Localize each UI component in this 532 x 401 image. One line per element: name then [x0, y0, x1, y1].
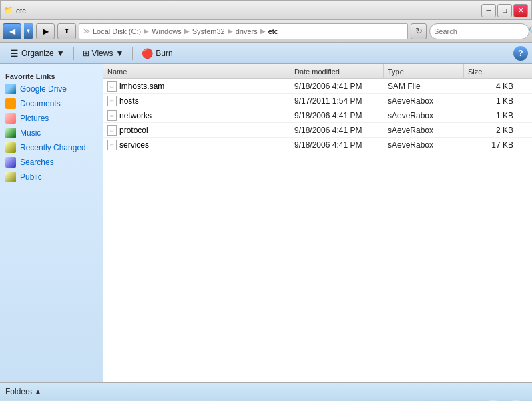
sidebar-label-recently-changed: Recently Changed — [20, 143, 86, 152]
sidebar-label-searches: Searches — [20, 158, 54, 167]
crumb-etc: etc — [268, 27, 278, 35]
search-input[interactable] — [434, 27, 526, 35]
file-doc-icon: ▭ — [107, 110, 117, 121]
views-dropdown-icon: ▼ — [115, 49, 123, 58]
crumb-system32: System32 — [192, 27, 225, 35]
file-type: sAeveRabox — [384, 126, 464, 135]
close-button[interactable]: ✕ — [513, 4, 528, 17]
documents-icon — [5, 98, 16, 109]
title-bar: 📁 etc ─ □ ✕ — [0, 0, 532, 20]
file-name-cell: ▭ services — [103, 140, 290, 150]
search-box[interactable]: 🔍 — [429, 23, 529, 39]
views-label: Views — [92, 49, 113, 58]
sidebar-item-searches[interactable]: Searches — [0, 155, 103, 170]
sidebar-label-music: Music — [20, 128, 41, 138]
burn-label: Burn — [156, 49, 172, 58]
organize-button[interactable]: ☰ Organize ▼ — [4, 45, 71, 62]
file-name: lmhosts.sam — [119, 82, 164, 91]
file-type: SAM File — [384, 82, 464, 91]
file-name: hosts — [119, 96, 139, 106]
address-box[interactable]: ≫ Local Disk (C:) ▶ Windows ▶ System32 ▶… — [79, 23, 408, 39]
burn-icon: 🔴 — [142, 48, 153, 59]
col-name[interactable]: Name — [103, 64, 290, 78]
crumb-windows: Windows — [152, 27, 182, 35]
file-doc-icon: ▭ — [107, 81, 117, 92]
forward-button[interactable]: ▶ — [36, 23, 55, 39]
sep3: ▶ — [228, 27, 233, 35]
sidebar-item-pictures[interactable]: Pictures — [0, 111, 103, 126]
file-name: networks — [119, 111, 152, 120]
burn-button[interactable]: 🔴 Burn — [136, 45, 178, 62]
file-name-cell: ▭ networks — [103, 110, 290, 121]
minimize-button[interactable]: ─ — [481, 4, 496, 17]
file-date: 9/18/2006 4:41 PM — [290, 126, 384, 135]
pictures-icon — [5, 113, 16, 124]
window-title: etc — [16, 7, 26, 15]
back-button[interactable]: ◀ — [3, 23, 21, 39]
main-layout: Favorite Links Google Drive Documents Pi… — [0, 64, 532, 382]
file-type: sAeveRabox — [384, 140, 464, 150]
file-list-area: Name Date modified Type Size ▭ lmhosts.s… — [103, 64, 532, 382]
organize-label: Organize — [21, 49, 54, 58]
sidebar-label-google-drive: Google Drive — [20, 84, 67, 94]
sidebar-item-recently-changed[interactable]: Recently Changed — [0, 140, 103, 155]
views-button[interactable]: ⊞ Views ▼ — [77, 45, 130, 62]
file-doc-icon: ▭ — [107, 96, 117, 106]
up-button[interactable]: ⬆ — [57, 23, 76, 39]
sidebar-item-google-drive[interactable]: Google Drive — [0, 82, 103, 96]
file-name-cell: ▭ hosts — [103, 96, 290, 106]
file-name-cell: ▭ lmhosts.sam — [103, 81, 290, 92]
public-icon — [5, 172, 16, 182]
organize-dropdown-icon: ▼ — [57, 49, 65, 58]
title-bar-controls: ─ □ ✕ — [481, 4, 528, 17]
col-size[interactable]: Size — [464, 64, 517, 78]
file-date: 9/18/2006 4:41 PM — [290, 82, 384, 91]
sidebar-label-documents: Documents — [20, 99, 61, 108]
col-extra[interactable] — [517, 64, 532, 78]
sep2: ▶ — [184, 27, 190, 35]
file-name-cell: ▭ protocol — [103, 125, 290, 136]
file-size: 17 KB — [464, 140, 517, 150]
file-rows: ▭ lmhosts.sam 9/18/2006 4:41 PM SAM File… — [103, 79, 532, 152]
file-size: 1 KB — [464, 96, 517, 106]
toolbar-sep1 — [73, 47, 74, 60]
folders-collapse-icon[interactable]: ▲ — [35, 388, 41, 395]
folders-section[interactable]: Folders ▲ — [0, 382, 532, 400]
file-date: 9/17/2011 1:54 PM — [290, 96, 384, 106]
file-size: 1 KB — [464, 111, 517, 120]
recently-changed-icon — [5, 142, 16, 153]
search-icon: 🔍 — [529, 26, 532, 36]
col-date[interactable]: Date modified — [290, 64, 384, 78]
sidebar: Favorite Links Google Drive Documents Pi… — [0, 64, 103, 382]
table-row[interactable]: ▭ lmhosts.sam 9/18/2006 4:41 PM SAM File… — [103, 79, 532, 94]
sidebar-item-music[interactable]: Music — [0, 126, 103, 140]
address-icon: ≫ — [83, 27, 90, 35]
sidebar-label-public: Public — [20, 172, 42, 182]
toolbar: ☰ Organize ▼ ⊞ Views ▼ 🔴 Burn ? — [0, 43, 532, 64]
sidebar-item-documents[interactable]: Documents — [0, 96, 103, 111]
music-icon — [5, 128, 16, 138]
title-bar-left: 📁 etc — [4, 6, 26, 15]
organize-icon: ☰ — [10, 48, 19, 59]
sidebar-label-pictures: Pictures — [20, 114, 49, 123]
file-date: 9/18/2006 4:41 PM — [290, 111, 384, 120]
sidebar-section-title: Favorite Links — [0, 70, 103, 82]
file-date: 9/18/2006 4:41 PM — [290, 140, 384, 150]
crumb-local-disk: Local Disk (C:) — [93, 27, 141, 35]
refresh-button[interactable]: ↻ — [411, 23, 427, 39]
views-icon: ⊞ — [83, 49, 89, 58]
help-button[interactable]: ? — [513, 46, 528, 61]
sidebar-item-public[interactable]: Public — [0, 170, 103, 184]
folders-label: Folders — [5, 387, 32, 396]
col-type[interactable]: Type — [384, 64, 464, 78]
file-size: 4 KB — [464, 82, 517, 91]
table-row[interactable]: ▭ hosts 9/17/2011 1:54 PM sAeveRabox 1 K… — [103, 94, 532, 108]
table-row[interactable]: ▭ services 9/18/2006 4:41 PM sAeveRabox … — [103, 138, 532, 152]
window-icon: 📁 — [4, 6, 13, 15]
table-row[interactable]: ▭ networks 9/18/2006 4:41 PM sAeveRabox … — [103, 108, 532, 123]
maximize-button[interactable]: □ — [497, 4, 512, 17]
file-type: sAeveRabox — [384, 111, 464, 120]
crumb-drivers: drivers — [236, 27, 258, 35]
table-row[interactable]: ▭ protocol 9/18/2006 4:41 PM sAeveRabox … — [103, 123, 532, 138]
back-dropdown[interactable]: ▼ — [24, 23, 33, 39]
